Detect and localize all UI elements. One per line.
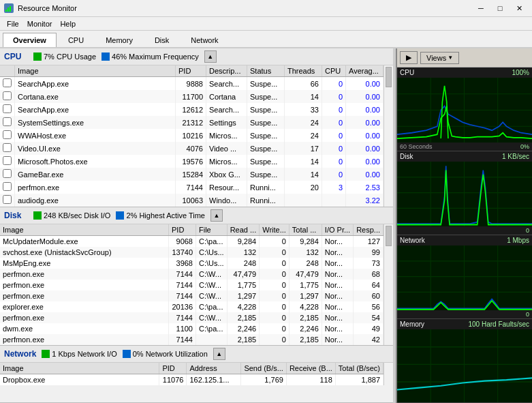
cpu-col-avg[interactable]: Averag...: [346, 65, 384, 77]
disk-graph-block: Disk 1 KB/sec 0: [397, 151, 532, 235]
disk-col-resp[interactable]: Resp...: [354, 224, 384, 236]
network-expand-button[interactable]: ▲: [213, 348, 225, 360]
disk-cell-total: 248: [289, 258, 322, 269]
disk-cell-image: perfmon.exe: [0, 290, 169, 301]
table-row[interactable]: perfmon.exe 7144 2,185 0 2,185 Nor... 42: [0, 334, 384, 345]
net-col-recv[interactable]: Receive (B...: [286, 363, 335, 374]
cpu-cell-image: SystemSettings.exe: [15, 116, 176, 129]
disk-col-file[interactable]: File: [196, 224, 228, 236]
disk-graph-stat: 1 KB/sec: [502, 153, 529, 160]
table-row[interactable]: SearchApp.exe 9888 Search... Suspe... 66…: [0, 77, 384, 91]
table-row[interactable]: Video.UI.exe 4076 Video ... Suspe... 17 …: [0, 142, 384, 155]
network-table: Image PID Address Send (B/s... Receive (…: [0, 363, 384, 385]
disk-cell-iopri: Nor...: [322, 236, 353, 248]
disk-scrollbar[interactable]: [384, 224, 393, 345]
table-row[interactable]: dwm.exe 1100 C:\pa... 2,246 0 2,246 Nor.…: [0, 323, 384, 334]
cpu-col-desc[interactable]: Descrip...: [206, 65, 247, 77]
table-row[interactable]: svchost.exe (UnistackSvcGroup) 13740 C:\…: [0, 247, 384, 258]
disk-col-iopri[interactable]: I/O Pr...: [322, 224, 353, 236]
cpu-cell-avg: 0.00: [346, 155, 384, 168]
table-row[interactable]: audiodg.exe 10063 Windo... Runni... 3.22: [0, 194, 384, 207]
table-row[interactable]: perfmon.exe 7144 Resour... Runni... 20 3…: [0, 181, 384, 194]
close-button[interactable]: ✕: [510, 1, 528, 15]
disk-expand-button[interactable]: ▲: [210, 209, 223, 222]
table-row[interactable]: GameBar.exe 15284 Xbox G... Suspe... 14 …: [0, 168, 384, 181]
cpu-cell-pid: 12612: [176, 103, 206, 116]
row-checkbox[interactable]: [3, 117, 12, 126]
disk-cell-write: 0: [260, 290, 290, 301]
tab-cpu[interactable]: CPU: [58, 33, 94, 47]
table-row[interactable]: explorer.exe 20136 C:\pa... 4,228 0 4,22…: [0, 301, 384, 312]
row-checkbox[interactable]: [3, 104, 12, 113]
row-checkbox[interactable]: [3, 143, 12, 152]
table-row[interactable]: perfmon.exe 7144 C:\W... 1,297 0 1,297 N…: [0, 290, 384, 301]
row-checkbox[interactable]: [3, 182, 12, 191]
cpu-col-pid[interactable]: PID: [176, 65, 206, 77]
disk-cell-resp: 49: [354, 323, 384, 334]
cpu-cell-desc: Micros...: [206, 155, 247, 168]
tab-memory[interactable]: Memory: [95, 33, 143, 47]
net-col-pid[interactable]: PID: [159, 363, 187, 374]
row-checkbox[interactable]: [3, 156, 12, 165]
row-checkbox[interactable]: [3, 78, 12, 87]
table-row[interactable]: perfmon.exe 7144 C:\W... 1,775 0 1,775 N…: [0, 280, 384, 290]
cpu-cell-desc: Xbox G...: [206, 168, 247, 181]
maximize-button[interactable]: □: [491, 1, 509, 15]
cpu-scrollbar[interactable]: [384, 65, 393, 207]
network-scrollbar[interactable]: [384, 363, 393, 385]
table-row[interactable]: MsMpEng.exe 3968 C:\Us... 248 0 248 Nor.…: [0, 258, 384, 269]
tab-overview[interactable]: Overview: [3, 33, 57, 47]
disk-graph-title: Disk: [400, 153, 413, 160]
disk-col-write[interactable]: Write...: [260, 224, 290, 236]
tab-disk[interactable]: Disk: [144, 33, 179, 47]
table-row[interactable]: Microsoft.Photos.exe 19576 Micros... Sus…: [0, 155, 384, 168]
forward-button[interactable]: ▶: [400, 51, 418, 64]
cpu-cell-avg: 0.00: [346, 142, 384, 155]
net-col-image[interactable]: Image: [0, 363, 159, 374]
table-row[interactable]: perfmon.exe 7144 C:\W... 47,479 0 47,479…: [0, 269, 384, 280]
cpu-col-check[interactable]: [0, 65, 15, 77]
network-stat1-icon: [42, 350, 50, 358]
disk-cell-image: explorer.exe: [0, 301, 169, 312]
tab-network[interactable]: Network: [181, 33, 228, 47]
cpu-cell-image: perfmon.exe: [15, 181, 176, 194]
disk-cell-iopri: Nor...: [322, 258, 353, 269]
table-row[interactable]: McUpdaterModule.exe 9068 C:\pa... 9,284 …: [0, 236, 384, 248]
net-col-total[interactable]: Total (B/sec): [335, 363, 383, 374]
cpu-expand-button[interactable]: ▲: [204, 50, 217, 63]
net-col-send[interactable]: Send (B/s...: [241, 363, 286, 374]
memory-graph-label: Memory 100 Hard Faults/sec: [397, 319, 532, 329]
row-checkbox[interactable]: [3, 91, 12, 100]
views-button[interactable]: Views ▼: [420, 52, 459, 64]
table-row[interactable]: Dropbox.exe 11076 162.125.1... 1,769 118…: [0, 374, 384, 386]
net-cell-addr: 162.125.1...: [187, 374, 241, 386]
disk-cell-image: perfmon.exe: [0, 334, 169, 345]
cpu-col-image[interactable]: Image: [15, 65, 176, 77]
table-row[interactable]: SearchApp.exe 12612 Search... Suspe... 3…: [0, 103, 384, 116]
table-row[interactable]: SystemSettings.exe 21312 Settings Suspe.…: [0, 116, 384, 129]
disk-col-read[interactable]: Read ...: [227, 224, 260, 236]
table-row[interactable]: Cortana.exe 11700 Cortana Suspe... 14 0 …: [0, 90, 384, 103]
table-row[interactable]: WWAHost.exe 10216 Micros... Suspe... 24 …: [0, 129, 384, 142]
menu-help[interactable]: Help: [56, 18, 80, 29]
menu-file[interactable]: File: [3, 18, 23, 29]
disk-col-total[interactable]: Total ...: [289, 224, 322, 236]
menu-monitor[interactable]: Monitor: [23, 18, 57, 29]
disk-cell-write: 0: [260, 236, 290, 248]
cpu-col-cpu[interactable]: CPU: [322, 65, 346, 77]
cpu-cell-status: Suspe...: [247, 116, 285, 129]
disk-cell-resp: 64: [354, 280, 384, 290]
table-row[interactable]: perfmon.exe 7144 C:\W... 2,185 0 2,185 N…: [0, 312, 384, 323]
disk-cell-iopri: Nor...: [322, 280, 353, 290]
cpu-col-threads[interactable]: Threads: [285, 65, 322, 77]
cpu-col-status[interactable]: Status: [247, 65, 285, 77]
disk-col-pid[interactable]: PID: [169, 224, 196, 236]
row-checkbox[interactable]: [3, 195, 12, 204]
row-checkbox[interactable]: [3, 169, 12, 178]
disk-col-image[interactable]: Image: [0, 224, 169, 236]
cpu-cell-cpu: 0: [322, 142, 346, 155]
cpu-cell-status: Suspe...: [247, 155, 285, 168]
row-checkbox[interactable]: [3, 130, 12, 139]
net-col-addr[interactable]: Address: [187, 363, 241, 374]
minimize-button[interactable]: ─: [472, 1, 490, 15]
